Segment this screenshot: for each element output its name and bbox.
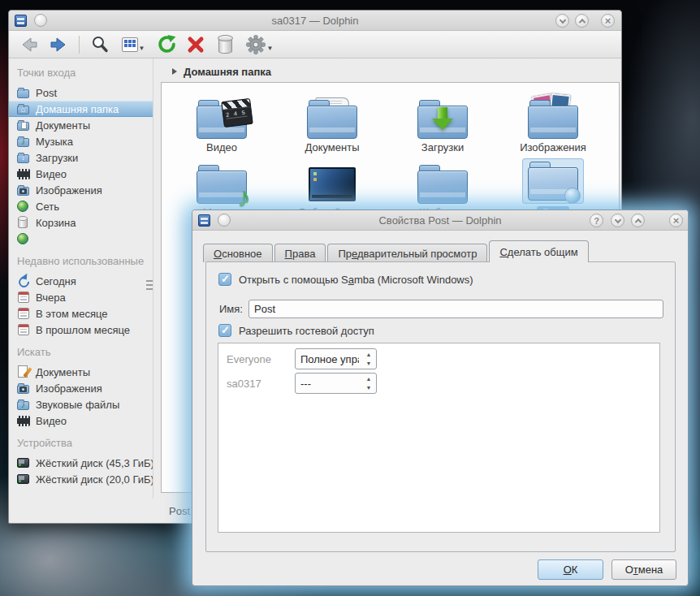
folder-icon xyxy=(17,86,30,99)
minimize-button[interactable] xyxy=(555,14,569,28)
chevron-up-icon xyxy=(634,218,641,225)
refresh-icon xyxy=(157,34,177,54)
sidebar-item-post[interactable]: Post xyxy=(9,84,153,101)
sidebar-item-yesterday[interactable]: Вчера xyxy=(9,289,153,305)
images-folder-icon xyxy=(17,184,30,197)
cancel-button[interactable]: Отмена xyxy=(611,559,676,580)
properties-icon xyxy=(198,214,210,227)
search-button[interactable] xyxy=(89,34,110,55)
chevron-down-icon xyxy=(559,16,565,23)
tab-permissions[interactable]: Права xyxy=(274,244,326,262)
sidebar-item-video[interactable]: Видео xyxy=(9,166,153,182)
dialog-title: Свойства Post — Dolphin xyxy=(241,214,639,227)
trash-button[interactable] xyxy=(214,34,235,55)
sidebar-item-last-month[interactable]: В прошлом месяце xyxy=(9,322,153,338)
sidebar-item-downloads[interactable]: ↓Загрузки xyxy=(9,149,153,166)
help-icon: ? xyxy=(594,215,599,225)
sidebar-item-search-audio[interactable]: ♪Звуковые файлы xyxy=(9,396,153,412)
app-icon xyxy=(15,15,27,27)
properties-dialog: Свойства Post — Dolphin ? × Основное Пра… xyxy=(192,209,689,586)
sidebar-item-disk-45[interactable]: Жёсткий диск (45,3 ГиБ) xyxy=(9,455,153,471)
window-menu-button[interactable] xyxy=(218,214,231,227)
stop-delete-button[interactable] xyxy=(185,34,206,55)
breadcrumb[interactable]: Домашняя папка xyxy=(161,61,618,82)
sidebar-item-share[interactable] xyxy=(9,231,153,247)
help-button[interactable]: ? xyxy=(590,214,603,227)
sidebar-item-network[interactable]: Сеть xyxy=(9,198,153,214)
ok-button[interactable]: ОК xyxy=(538,559,603,580)
access-level-spinbox-everyone[interactable]: Полное управление ▲▼ xyxy=(295,348,377,369)
window-title: sa0317 — Dolphin xyxy=(58,15,573,27)
refresh-button[interactable] xyxy=(156,34,177,55)
main-titlebar[interactable]: sa0317 — Dolphin × xyxy=(9,11,621,31)
sidebar-item-documents[interactable]: Документы xyxy=(9,117,153,133)
back-button[interactable] xyxy=(19,34,40,55)
settings-button[interactable]: ▼ xyxy=(244,34,274,55)
share-user: Everyone xyxy=(218,353,295,365)
trash-icon xyxy=(17,216,30,229)
access-level-spinbox-sa0317[interactable]: --- ▲▼ xyxy=(295,373,377,394)
panel-resize-grip[interactable] xyxy=(146,279,153,290)
share-tab-pane: Открыть с помощью Samba (Microsoft Windo… xyxy=(205,261,676,552)
desktop: { "colors": { "selection_blue": "#85b3da… xyxy=(0,0,700,596)
dropdown-arrow-icon: ▼ xyxy=(139,45,145,55)
sidebar-item-trash[interactable]: Корзина xyxy=(9,214,153,231)
close-button[interactable]: × xyxy=(601,14,615,28)
view-mode-button[interactable]: ▼ xyxy=(119,34,148,55)
sidebar-item-disk-20[interactable]: Жёсткий диск (20,0 ГиБ) xyxy=(9,471,153,487)
tab-general[interactable]: Основное xyxy=(203,244,273,262)
breadcrumb-arrow-icon xyxy=(172,68,177,75)
spinner-arrows-icon[interactable]: ▲▼ xyxy=(364,375,374,391)
folder-downloads-icon xyxy=(417,100,468,139)
sidebar-item-images[interactable]: Изображения xyxy=(9,182,153,198)
forward-button[interactable] xyxy=(48,34,69,55)
dialog-titlebar[interactable]: Свойства Post — Dolphin ? × xyxy=(192,210,688,231)
selection-highlight xyxy=(522,158,584,204)
tab-share[interactable]: Сделать общим xyxy=(489,240,588,262)
sidebar-item-search-documents[interactable]: Документы xyxy=(9,364,153,380)
folder-item-video[interactable]: 2 4 5 Видео xyxy=(166,93,277,156)
share-row-everyone: Everyone Полное управление ▲▼ xyxy=(218,347,659,371)
minimize-button[interactable] xyxy=(611,214,624,227)
sidebar-item-music[interactable]: ♪Музыка xyxy=(9,133,153,149)
sidebar-item-today[interactable]: Сегодня xyxy=(9,273,153,289)
section-header: Устройства xyxy=(9,437,153,451)
hard-disk-icon xyxy=(17,473,30,486)
trash-icon xyxy=(218,37,232,54)
music-folder-icon: ♪ xyxy=(17,398,30,411)
spinner-arrows-icon[interactable]: ▲▼ xyxy=(364,351,374,367)
delete-icon xyxy=(186,35,205,54)
forward-icon xyxy=(49,36,68,54)
sidebar-item-this-month[interactable]: В этом месяце xyxy=(9,305,153,322)
folder-shared-icon xyxy=(528,162,578,201)
folder-item-downloads[interactable]: Загрузки xyxy=(387,93,498,156)
window-menu-button[interactable] xyxy=(34,14,47,27)
close-button[interactable]: × xyxy=(669,214,683,227)
maximize-button[interactable] xyxy=(631,214,645,227)
calendar-icon xyxy=(17,323,30,336)
desktop-icon xyxy=(309,167,356,201)
guest-access-checkbox[interactable] xyxy=(218,324,231,337)
edit-document-icon xyxy=(17,365,30,378)
sidebar-item-search-images[interactable]: Изображения xyxy=(9,380,153,396)
globe-icon xyxy=(17,232,30,245)
close-icon: × xyxy=(673,214,680,226)
chevron-down-icon xyxy=(614,216,620,222)
close-icon: × xyxy=(605,14,611,26)
video-icon xyxy=(17,167,30,180)
network-globe-icon xyxy=(17,200,30,213)
sidebar-item-search-video[interactable]: Видео xyxy=(9,412,153,429)
folder-icon xyxy=(417,165,468,204)
home-folder-icon: ⌂ xyxy=(17,102,30,115)
music-folder-icon: ♪ xyxy=(17,135,30,148)
samba-checkbox[interactable] xyxy=(218,273,231,286)
hard-disk-icon xyxy=(17,456,30,469)
tab-preview[interactable]: Предварительный просмотр xyxy=(327,244,487,262)
folder-item-documents[interactable]: Документы xyxy=(277,93,387,156)
name-label: Имя: xyxy=(219,303,243,315)
share-name-input[interactable] xyxy=(248,300,663,318)
maximize-button[interactable] xyxy=(575,14,589,28)
sidebar-item-home[interactable]: ⌂Домашняя папка xyxy=(9,101,153,117)
samba-checkbox-label: Открыть с помощью Samba (Microsoft Windo… xyxy=(239,274,473,286)
folder-item-images[interactable]: Изображения xyxy=(498,93,608,156)
